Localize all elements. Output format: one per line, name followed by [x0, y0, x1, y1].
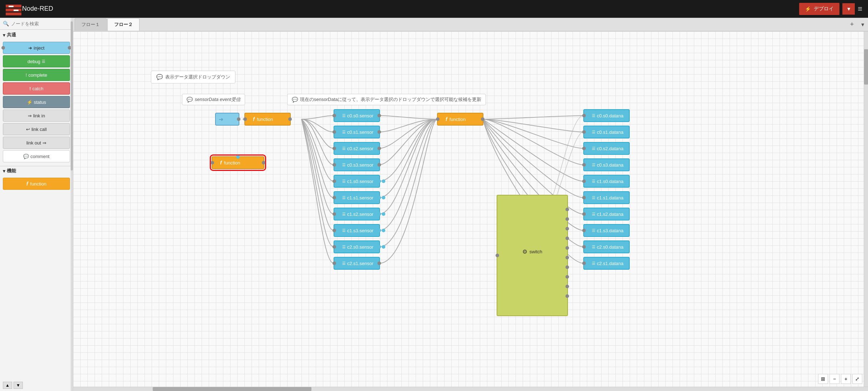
d-c1s1-label: c1.s1.datana: [597, 195, 623, 200]
d-c0s1-label: c0.s1.datana: [597, 130, 623, 135]
canvas-vscrollbar-thumb[interactable]: [864, 49, 868, 85]
d-c0s0-label: c0.s0.datana: [597, 113, 623, 118]
datana-c1s2[interactable]: ☰ c1.s2.datana: [583, 208, 630, 220]
function-node-2[interactable]: f function: [437, 113, 483, 126]
sidebar-scrollbar-thumb[interactable]: [71, 21, 73, 171]
s-c1s1-label: c1.s1.sensor: [347, 195, 374, 200]
sensor-c2s1[interactable]: ☰ c2.s1.sensor: [334, 257, 380, 270]
sensor-c0s0[interactable]: ☰ c0.s0.sensor: [334, 109, 380, 122]
canvas-horizontal-scrollbar[interactable]: [73, 387, 868, 391]
sw-port-1: [565, 208, 569, 211]
search-input[interactable]: [11, 21, 71, 26]
datana-c0s3[interactable]: ☰ c0.s3.datana: [583, 158, 630, 171]
deploy-button[interactable]: ⚡ デプロイ: [799, 3, 839, 15]
sidebar-item-inject[interactable]: ➜ inject: [3, 42, 70, 54]
canvas[interactable]: 💬 表示データ選択ドロップダウン 💬 sensorData event受信 💬 …: [73, 31, 868, 391]
d-c0s3-label: c0.s3.datana: [597, 162, 623, 168]
d-c2s1-label: c2.s1.datana: [597, 261, 623, 266]
comment-icon-sensor: 💬: [187, 97, 193, 102]
switch-label: switch: [529, 249, 542, 254]
sensor-c0s3[interactable]: ☰ c0.s3.sensor: [334, 158, 380, 171]
tab-dropdown-button[interactable]: ▼: [857, 22, 868, 27]
sidebar-item-link-out[interactable]: link out ⇒: [3, 137, 70, 149]
datana-c1s0[interactable]: ☰ c1.s0.datana: [583, 175, 630, 188]
list-icon-c0s3: ☰: [342, 163, 346, 167]
datana-c1s3[interactable]: ☰ c1.s3.datana: [583, 224, 630, 237]
main-menu-button[interactable]: ≡: [858, 4, 862, 14]
canvas-scrollbar-thumb[interactable]: [153, 387, 312, 391]
link-call-icon: ↩: [26, 127, 30, 132]
complete-label: complete: [28, 72, 47, 78]
s-c1s2-pr: [377, 212, 381, 216]
list-icon-d-c1s0: ☰: [592, 179, 595, 184]
sidebar-item-catch[interactable]: ! catch: [3, 82, 70, 95]
tab-flow1[interactable]: フロー１: [75, 18, 107, 31]
comment-sensor-event[interactable]: 💬 sensorData event受信: [182, 94, 245, 105]
datana-c1s1[interactable]: ☰ c1.s1.datana: [583, 191, 630, 204]
comment-dropdown[interactable]: 💬 表示データ選択ドロップダウン: [151, 71, 235, 83]
sw-port-3: [565, 227, 569, 230]
fn2-port-right: [481, 117, 484, 121]
canvas-area: フロー１ フロー２ + ▼: [73, 18, 868, 391]
sw-port-5: [565, 246, 569, 250]
sensor-c1s0[interactable]: ☰ c1.s0.sensor: [334, 175, 380, 188]
sensor-c2s0[interactable]: ☰ c2.s0.sensor: [334, 240, 380, 253]
main-layout: 🔍 ▾ 共通 ➜ inject debug ☰ ! complete: [0, 18, 868, 391]
section-common-header[interactable]: ▾ 共通: [0, 30, 73, 40]
svg-point-8: [382, 229, 385, 232]
function-node-selected[interactable]: f function: [212, 156, 264, 169]
sidebar-item-debug[interactable]: debug ☰: [3, 55, 70, 67]
sidebar-item-complete[interactable]: ! complete: [3, 69, 70, 81]
s-c0s0-label: c0.s0.sensor: [347, 113, 374, 118]
svg-point-7: [382, 212, 385, 216]
inject-node[interactable]: ➜: [215, 113, 239, 126]
zoom-out-button[interactable]: −: [829, 374, 839, 384]
sidebar-item-status[interactable]: ⚡ status: [3, 96, 70, 108]
function-node-1[interactable]: f function: [244, 113, 291, 126]
sidebar-item-link-call[interactable]: ↩ link call: [3, 123, 70, 135]
sidebar-item-function[interactable]: f function: [3, 178, 70, 190]
sensor-c1s2[interactable]: ☰ c1.s2.sensor: [334, 208, 380, 220]
canvas-vertical-scrollbar[interactable]: [864, 31, 868, 387]
datana-c2s0[interactable]: ☰ c2.s0.datana: [583, 240, 630, 253]
list-icon-c1s3: ☰: [342, 228, 346, 233]
list-icon-d-c0s2: ☰: [592, 146, 595, 151]
fn2-port-left: [436, 117, 440, 121]
switch-node[interactable]: ⚙ switch: [497, 195, 568, 316]
datana-c2s1[interactable]: ☰ c2.s1.datana: [583, 257, 630, 270]
switch-ports: [565, 208, 569, 298]
datana-c0s2[interactable]: ☰ c0.s2.datana: [583, 142, 630, 155]
comment-update[interactable]: 💬 現在のsensorDataに従って、表示データ選択のドロップダウンで選択可能…: [287, 94, 486, 105]
sensor-c0s2[interactable]: ☰ c0.s2.sensor: [334, 142, 380, 155]
chevron-down-icon-2: ▾: [3, 168, 5, 174]
sensor-c1s1[interactable]: ☰ c1.s1.sensor: [334, 191, 380, 204]
fn2-label: function: [450, 117, 466, 122]
d-c0s2-pl: [582, 147, 586, 150]
comment-icon-update: 💬: [292, 97, 298, 102]
layout-tool-button[interactable]: ⊞: [818, 374, 828, 384]
nav-up-button[interactable]: ▲: [3, 382, 12, 389]
link-out-label: link out: [26, 140, 41, 146]
tab-flow2[interactable]: フロー２: [107, 18, 139, 31]
sidebar-item-comment[interactable]: 💬 comment: [3, 150, 70, 162]
header: Node-RED ⚡ デプロイ ▼ ≡: [0, 0, 868, 18]
datana-c0s1[interactable]: ☰ c0.s1.datana: [583, 126, 630, 138]
list-icon-d-c1s2: ☰: [592, 212, 595, 217]
zoom-in-button[interactable]: +: [841, 374, 851, 384]
datana-c0s0[interactable]: ☰ c0.s0.datana: [583, 109, 630, 122]
sensor-c0s1[interactable]: ☰ c0.s1.sensor: [334, 126, 380, 138]
list-icon-c0s1: ☰: [342, 130, 346, 134]
svg-point-6: [382, 196, 385, 199]
deploy-dropdown-button[interactable]: ▼: [842, 3, 855, 15]
list-icon-d-c0s0: ☰: [592, 113, 595, 118]
nav-down-button[interactable]: ▼: [14, 382, 23, 389]
svg-rect-4: [14, 10, 19, 11]
fit-button[interactable]: ⤢: [852, 374, 862, 384]
section-function-header[interactable]: ▾ 機能: [0, 166, 73, 176]
s-c2s1-pr: [377, 261, 381, 265]
sensor-c1s3[interactable]: ☰ c1.s3.sensor: [334, 224, 380, 237]
sidebar-item-link-in[interactable]: ⇒ link in: [3, 110, 70, 122]
sidebar-scrollbar[interactable]: [71, 18, 73, 391]
svg-rect-3: [9, 6, 14, 7]
add-tab-button[interactable]: +: [847, 21, 858, 28]
